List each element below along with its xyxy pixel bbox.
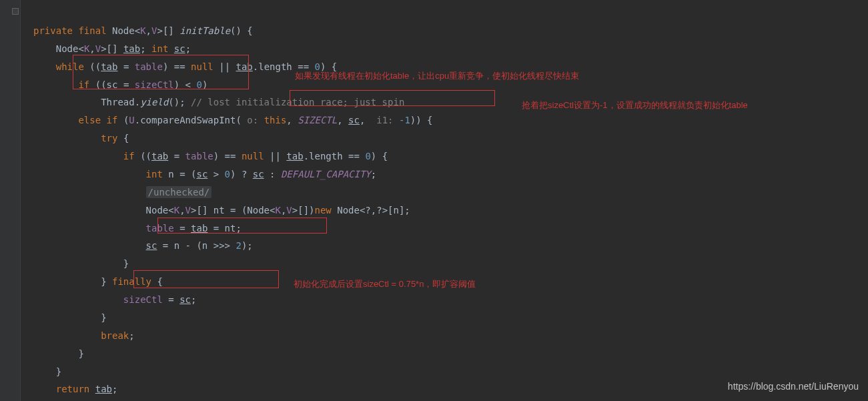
kw: null (242, 151, 264, 161)
p: > (207, 169, 224, 179)
p: ; (185, 43, 191, 54)
p: .compareAndSwapInt( (135, 115, 242, 125)
num: 0 (365, 151, 370, 161)
var: tab (286, 151, 303, 161)
var: sc (146, 240, 157, 251)
field: U (129, 115, 134, 125)
fold-marker-icon[interactable] (12, 8, 19, 15)
brace: } (123, 258, 129, 269)
p: ) == (213, 151, 242, 161)
p: ; (112, 384, 117, 394)
p: || (264, 151, 287, 161)
kw: int (146, 169, 169, 179)
suppress-tag: /unchecked/ (146, 186, 212, 198)
var: tab (151, 151, 168, 161)
var: tab (191, 223, 207, 234)
p: (); (168, 97, 191, 107)
kw: int (151, 43, 174, 54)
kw: else if (78, 115, 123, 125)
field: table (146, 223, 174, 234)
p: )) { (410, 115, 433, 125)
annotation-text-2: 抢着把sizeCtl设置为-1，设置成功的线程就负责初始化table (522, 97, 748, 114)
kw: if (78, 79, 95, 90)
p: = (117, 61, 134, 72)
kw: this (264, 115, 287, 125)
var: tab (95, 384, 112, 394)
kw: break (101, 330, 129, 341)
p: ) (202, 79, 207, 90)
p: = n - (n >>> (157, 240, 236, 251)
editor-gutter (0, 0, 21, 401)
p: , (360, 115, 371, 125)
kw: if (123, 151, 140, 161)
p: ) { (371, 151, 388, 161)
p: .length == (304, 151, 366, 161)
field: sizeCtl (135, 79, 174, 90)
type: Node (112, 25, 135, 36)
kw: try (101, 133, 123, 143)
var: sc (174, 43, 185, 54)
p: { (151, 276, 163, 287)
annotation-text-3: 初始化完成后设置sizeCtl = 0.75*n，即扩容阈值 (294, 276, 476, 293)
const: SIZECTL (298, 115, 337, 125)
kw: null (191, 61, 213, 72)
p: = (117, 79, 134, 90)
num: -1 (399, 115, 410, 125)
method-name: initTable (179, 25, 230, 36)
p: ) < (174, 79, 197, 90)
p: ; (140, 43, 151, 54)
var: sc (179, 294, 191, 305)
kw: while (56, 61, 90, 72)
p: } (101, 276, 112, 287)
var: sc (107, 79, 118, 90)
num: 0 (225, 169, 230, 179)
var: tab (236, 61, 253, 72)
p: = (168, 151, 185, 161)
num: 0 (196, 79, 201, 90)
keyword: private final (33, 25, 107, 36)
kw: return (56, 384, 95, 394)
p: = nt; (207, 223, 242, 234)
p: || (213, 61, 236, 72)
field: sizeCtl (123, 294, 163, 305)
param-hint: o: (242, 115, 264, 125)
kw: finally (112, 276, 151, 287)
mth: yield (140, 97, 168, 107)
comment: // lost initialization race; just spin (191, 97, 404, 107)
var: tab (123, 43, 140, 54)
var: sc (348, 115, 360, 125)
code-area: private final Node<K,V>[] initTable() { … (20, 0, 868, 401)
t: Thread. (101, 97, 140, 107)
p: , (286, 115, 298, 125)
generics: <K,V>[] (135, 25, 174, 36)
annotation-text-1: 如果发现有线程在初始化table，让出cpu重新竞争，使初始化线程尽快结束 (295, 68, 579, 85)
p: ); (242, 240, 253, 251)
var: sc (196, 169, 207, 179)
field: table (185, 151, 213, 161)
watermark: https://blog.csdn.net/LiuRenyou (728, 378, 859, 396)
num: 2 (236, 240, 241, 251)
p: ) ? (230, 169, 253, 179)
p: = (163, 294, 179, 305)
brace: } (78, 348, 83, 359)
p: ) == (163, 61, 191, 72)
brace: } (101, 312, 106, 323)
p: (( (95, 79, 107, 90)
var: sc (253, 169, 264, 179)
field: table (135, 61, 163, 72)
p: (( (89, 61, 101, 72)
p: n = ( (168, 169, 196, 179)
p: ; (371, 169, 376, 179)
code: Node<K,V>[] (56, 43, 123, 54)
var: tab (101, 61, 117, 72)
param-hint: i1: (371, 115, 399, 125)
p: ; (191, 294, 196, 305)
const: DEFAULT_CAPACITY (281, 169, 371, 179)
p: , (337, 115, 348, 125)
p: : (264, 169, 281, 179)
brace: } (56, 366, 61, 377)
punct: () { (230, 25, 253, 36)
p: = (174, 223, 191, 234)
